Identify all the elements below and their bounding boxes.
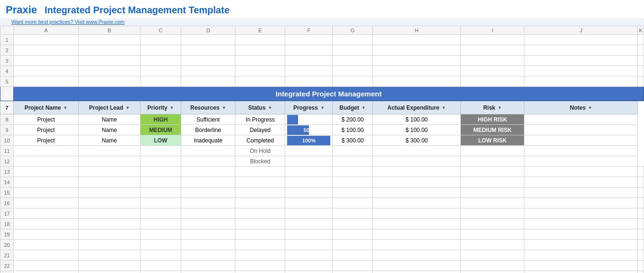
cell-resources-2[interactable]: Borderline xyxy=(181,125,235,135)
header-status[interactable]: Status▼ xyxy=(235,101,285,114)
row-4: 4 xyxy=(0,66,644,76)
col-header-f: F xyxy=(285,26,333,35)
data-row-2: 9 Project Name MEDIUM Borderline Delayed… xyxy=(0,125,644,135)
col-header-i: I xyxy=(461,26,524,35)
header-actual[interactable]: Actual Expenditure▼ xyxy=(373,101,461,114)
cell-resources-3[interactable]: Inadequate xyxy=(181,135,235,146)
cell-project-name-2[interactable]: Project xyxy=(14,125,79,135)
row-num-18: 18 xyxy=(0,219,14,229)
header-resources[interactable]: Resources▼ xyxy=(181,101,235,114)
title-row: 6 Integrated Project Management xyxy=(0,87,644,101)
empty-row-13: 13 xyxy=(0,167,644,177)
budget-dropdown-icon[interactable]: ▼ xyxy=(362,105,366,110)
cell-notes-1[interactable] xyxy=(524,114,638,125)
row-1: 1 xyxy=(0,35,644,45)
cell-progress-3[interactable]: 100% xyxy=(285,135,333,146)
row-num-10: 10 xyxy=(0,135,14,146)
row-num-16: 16 xyxy=(0,198,14,208)
cell-notes-2[interactable] xyxy=(524,125,638,135)
row-num-3: 3 xyxy=(0,56,14,66)
cell-project-lead-1[interactable]: Name xyxy=(78,114,140,125)
cell-project-lead-2[interactable]: Name xyxy=(78,125,140,135)
progress-dropdown-icon[interactable]: ▼ xyxy=(320,105,325,110)
notes-dropdown-icon[interactable]: ▼ xyxy=(588,105,592,110)
row-num-8: 8 xyxy=(0,114,14,125)
col-header-b: B xyxy=(78,26,140,35)
cell-project-lead-3[interactable]: Name xyxy=(78,135,140,146)
cell-risk-2[interactable]: MEDIUM RISK xyxy=(461,125,524,135)
spreadsheet-container: A B C D E F G H I J K 123456 Integrated … xyxy=(0,26,644,273)
header-project-lead[interactable]: Project Lead▼ xyxy=(78,101,140,114)
row-num-6: 6 xyxy=(0,87,14,101)
row-num-13: 13 xyxy=(0,167,14,177)
row-num-15: 15 xyxy=(0,188,14,198)
header-notes[interactable]: Notes▼ xyxy=(524,101,638,114)
cell-status-extra-1[interactable]: On Hold xyxy=(235,146,285,156)
empty-row-16: 16 xyxy=(0,198,644,208)
cell-status-3[interactable]: Completed xyxy=(235,135,285,146)
col-header-g: G xyxy=(333,26,373,35)
header-risk[interactable]: Risk▼ xyxy=(461,101,524,114)
row-num-2: 2 xyxy=(0,45,14,56)
row-num-4: 4 xyxy=(0,66,14,76)
row-num-22: 22 xyxy=(0,261,14,271)
empty-row-20: 20 xyxy=(0,240,644,250)
data-row-3: 10 Project Name LOW Inadequate Completed… xyxy=(0,135,644,146)
col-header-h: H xyxy=(373,26,461,35)
cell-risk-1[interactable]: HIGH RISK xyxy=(461,114,524,125)
header-project-name[interactable]: Project Name▼ xyxy=(14,101,79,114)
project-lead-dropdown-icon[interactable]: ▼ xyxy=(125,105,130,110)
empty-row-21: 21 xyxy=(0,250,644,261)
col-header-j: J xyxy=(524,26,638,35)
col-header-a: A xyxy=(14,26,79,35)
priority-dropdown-icon[interactable]: ▼ xyxy=(170,105,174,110)
cell-actual-2[interactable]: $ 100.00 xyxy=(373,125,461,135)
cell-notes-3[interactable] xyxy=(524,135,638,146)
empty-row-23: 23 xyxy=(0,271,644,273)
cell-budget-2[interactable]: $ 100.00 xyxy=(333,125,373,135)
empty-row-19: 19 xyxy=(0,229,644,240)
col-letter-header-row: A B C D E F G H I J K xyxy=(0,26,644,35)
cell-status-1[interactable]: In Progress xyxy=(235,114,285,125)
status-option-row-1: 11 On Hold xyxy=(0,146,644,156)
empty-row-15: 15 xyxy=(0,188,644,198)
row-num-17: 17 xyxy=(0,208,14,219)
header-progress[interactable]: Progress▼ xyxy=(285,101,333,114)
cell-progress-2[interactable]: 50% xyxy=(285,125,333,135)
cell-progress-1[interactable]: 25% xyxy=(285,114,333,125)
app-link-bar: Want more best practices? Visit www.Prax… xyxy=(0,18,644,26)
header-row: 7 Project Name▼ Project Lead▼ Priority▼ … xyxy=(0,101,644,114)
header-budget[interactable]: Budget▼ xyxy=(333,101,373,114)
cell-project-name-1[interactable]: Project xyxy=(14,114,79,125)
row-num-12: 12 xyxy=(0,156,14,167)
cell-budget-1[interactable]: $ 200.00 xyxy=(333,114,373,125)
project-name-dropdown-icon[interactable]: ▼ xyxy=(63,105,67,110)
cell-actual-1[interactable]: $ 100.00 xyxy=(373,114,461,125)
row-2: 2 xyxy=(0,45,644,56)
cell-status-2[interactable]: Delayed xyxy=(235,125,285,135)
empty-row-22: 22 xyxy=(0,261,644,271)
row-num-21: 21 xyxy=(0,250,14,261)
cell-actual-3[interactable]: $ 300.00 xyxy=(373,135,461,146)
corner-cell xyxy=(0,26,14,35)
cell-priority-1[interactable]: HIGH xyxy=(140,114,181,125)
risk-dropdown-icon[interactable]: ▼ xyxy=(498,105,502,110)
cell-priority-3[interactable]: LOW xyxy=(140,135,181,146)
actual-dropdown-icon[interactable]: ▼ xyxy=(442,105,446,110)
cell-resources-1[interactable]: Sufficient xyxy=(181,114,235,125)
empty-row-14: 14 xyxy=(0,177,644,188)
cell-status-extra-2[interactable]: Blocked xyxy=(235,156,285,167)
header-priority[interactable]: Priority▼ xyxy=(140,101,181,114)
col-header-c: C xyxy=(140,26,181,35)
row-num-9: 9 xyxy=(0,125,14,135)
status-dropdown-icon[interactable]: ▼ xyxy=(268,105,272,110)
cell-risk-3[interactable]: LOW RISK xyxy=(461,135,524,146)
row-num-20: 20 xyxy=(0,240,14,250)
cell-budget-3[interactable]: $ 300.00 xyxy=(333,135,373,146)
cell-priority-2[interactable]: MEDIUM xyxy=(140,125,181,135)
app-link[interactable]: Want more best practices? Visit www.Prax… xyxy=(6,18,130,26)
status-option-row-2: 12 Blocked xyxy=(0,156,644,167)
resources-dropdown-icon[interactable]: ▼ xyxy=(222,105,226,110)
col-header-e: E xyxy=(235,26,285,35)
cell-project-name-3[interactable]: Project xyxy=(14,135,79,146)
